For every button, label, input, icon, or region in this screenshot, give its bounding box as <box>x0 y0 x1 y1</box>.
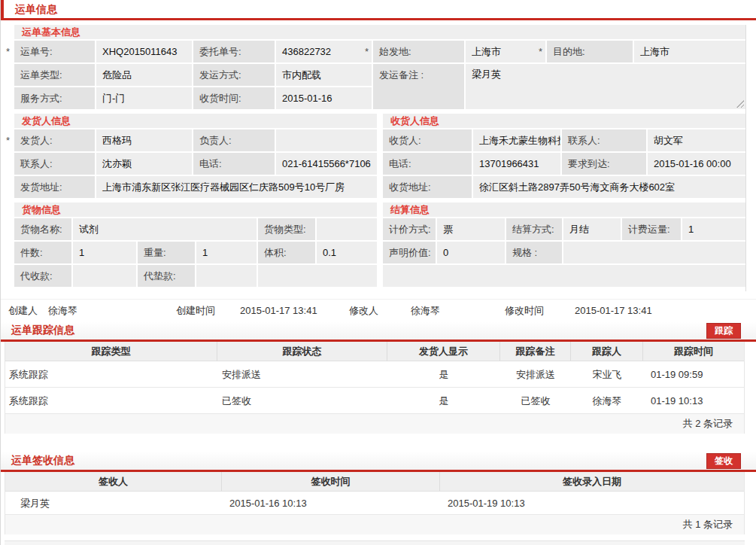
field-sender-manager-value <box>276 129 377 151</box>
cell-tracker: 徐海琴 <box>571 388 643 414</box>
cargo-section: 货物信息 货物名称: 试剂 货物类型: 件数: 1 重量: 1 体积: 0.1 … <box>14 198 377 287</box>
cell-sign-time: 2015-01-16 10:13 <box>222 492 440 515</box>
field-receiver-address-value: 徐汇区斜土路2897弄50号海文商务大楼602室 <box>473 176 745 198</box>
field-freight-qty-label: 计费运量: <box>622 218 681 240</box>
field-advance-value <box>196 265 257 287</box>
column-header: 发货人显示 <box>387 342 500 361</box>
field-pricing-value: 票 <box>437 218 505 240</box>
column-header: 签收录入日期 <box>440 472 744 492</box>
section-header-settlement: 结算信息 <box>383 202 745 217</box>
field-spec-value <box>563 242 745 263</box>
cell-tracker: 宋业飞 <box>571 361 643 388</box>
section-header-basic: 运单基本信息 <box>14 25 745 39</box>
settlement-empty-cell <box>383 265 745 287</box>
cell-track-type: 系统跟踪 <box>5 388 217 414</box>
field-ship-remark-label: 发运备注 : <box>373 64 464 109</box>
tracking-record-count: 共 2 条记录 <box>5 414 744 434</box>
cell-track-type: 系统跟踪 <box>5 361 217 388</box>
created-time-label: 创建时间 <box>176 300 240 322</box>
field-cargo-type-label: 货物类型: <box>258 218 315 240</box>
field-sender-address-value: 上海市浦东新区张江医疗器械园区仁庆路509号10号厂房 <box>96 176 377 198</box>
section-header-receiver: 收货人信息 <box>383 114 745 128</box>
receiver-section: 收货人信息 收货人: 上海禾尤蒙生物科技有限 联系人: 胡文军 电话: 1370… <box>383 109 745 198</box>
field-consign-no-value: 436822732 <box>276 41 372 62</box>
field-collect-label: 代收款: <box>14 265 71 287</box>
field-service-mode-value: 门-门 <box>96 87 192 109</box>
column-header: 跟踪备注 <box>500 342 571 361</box>
field-sender-contact-label: 联系人: <box>14 153 95 175</box>
field-origin-label: *始发地: <box>373 41 464 62</box>
field-arrival-label: 要求到达: <box>562 153 646 175</box>
required-mark: * <box>6 41 10 62</box>
required-mark: * <box>539 41 542 62</box>
field-waybill-no-value: XHQ2015011643 <box>96 41 192 62</box>
field-collect-value <box>73 265 136 287</box>
settlement-section: 结算信息 计价方式: 票 结算方式: 月结 计费运量: 1 声明价值: 0 规格… <box>383 198 745 287</box>
modified-time-value: 2015-01-17 13:41 <box>575 300 756 322</box>
signoff-record-count: 共 1 条记录 <box>5 515 744 534</box>
field-origin-value: 上海市 <box>466 41 545 62</box>
field-settle-method-value: 月结 <box>563 218 621 240</box>
sign-button[interactable]: 签收 <box>706 453 741 469</box>
field-settle-method-label: 结算方式: <box>506 218 562 240</box>
column-header: 跟踪人 <box>571 342 643 361</box>
cell-track-remark: 已签收 <box>500 388 571 414</box>
cell-track-time: 01-19 10:13 <box>643 388 744 414</box>
required-mark: * <box>365 41 369 62</box>
field-freight-qty-value: 1 <box>682 218 745 240</box>
signoff-section-header: 运单签收信息 签收 <box>1 452 756 472</box>
field-waybill-type-value: 危险品 <box>96 64 192 86</box>
field-receiver-address-label: 收货地址: <box>383 176 472 198</box>
field-waybill-type-label: 运单类型: <box>14 64 95 86</box>
field-cargo-type-value <box>317 218 377 240</box>
column-header: 跟踪状态 <box>217 342 387 361</box>
cell-track-time: 01-19 09:59 <box>643 361 744 388</box>
cell-track-status: 已签收 <box>217 388 387 414</box>
field-receive-time-label: 收货时间: <box>193 87 275 109</box>
field-ship-method-label: 发运方式: <box>193 64 275 86</box>
column-header: 跟踪时间 <box>643 342 744 361</box>
field-ship-method-value: 市内配载 <box>276 64 372 86</box>
modifier-value: 徐海琴 <box>411 300 505 322</box>
field-pieces-value: 1 <box>73 242 136 263</box>
field-receiver-name-label: 收货人: <box>383 129 472 151</box>
track-button[interactable]: 跟踪 <box>706 323 741 339</box>
basic-info-grid: *运单号: XHQ2015011643 委托单号: 436822732 *始发地… <box>14 41 745 109</box>
column-header: 跟踪类型 <box>5 342 217 361</box>
field-sender-address-label: 发货地址: <box>14 176 95 198</box>
field-receiver-phone-value: 13701966431 <box>473 153 560 175</box>
field-sender-contact-value: 沈亦颖 <box>96 153 192 175</box>
cell-track-remark: 安排派送 <box>500 361 571 388</box>
tracking-table-header: 跟踪类型 跟踪状态 发货人显示 跟踪备注 跟踪人 跟踪时间 <box>5 342 744 361</box>
field-receiver-contact-label: 联系人: <box>562 129 646 151</box>
field-volume-label: 体积: <box>258 242 315 263</box>
field-sender-phone-value: 021-61415566*7106 <box>276 153 377 175</box>
field-sender-name-label: *发货人: <box>14 129 95 151</box>
field-sender-phone-label: 电话: <box>193 153 275 175</box>
field-arrival-value: 2015-01-16 00:00 <box>648 153 745 175</box>
bottom-divider <box>5 540 745 545</box>
section-header-sender: 发货人信息 <box>14 114 377 128</box>
creator-label: 创建人 <box>8 300 48 322</box>
tracking-section-title: 运单跟踪信息 <box>11 324 74 336</box>
signoff-table: 签收人 签收时间 签收录入日期 梁月英 2015-01-16 10:13 201… <box>5 472 745 534</box>
modified-time-label: 修改时间 <box>505 300 575 322</box>
signoff-section-title: 运单签收信息 <box>11 454 74 466</box>
signoff-table-header: 签收人 签收时间 签收录入日期 <box>5 472 744 492</box>
field-receiver-phone-label: 电话: <box>383 153 472 175</box>
created-time-value: 2015-01-17 13:41 <box>240 300 349 322</box>
cell-sender-shown: 是 <box>387 388 500 414</box>
cell-sign-entry-date: 2015-01-19 10:13 <box>440 492 744 515</box>
page-title: 运单信息 <box>1 0 756 20</box>
resize-handle-icon[interactable] <box>736 100 744 108</box>
field-cargo-name-label: 货物名称: <box>14 218 71 240</box>
tracking-section-header: 运单跟踪信息 跟踪 <box>1 321 756 342</box>
field-receive-time-value: 2015-01-16 <box>276 87 372 109</box>
field-declared-label: 声明价值: <box>383 242 436 263</box>
field-weight-label: 重量: <box>138 242 195 263</box>
cargo-empty-cell <box>258 265 377 287</box>
field-service-mode-label: 服务方式: <box>14 87 95 109</box>
ship-remark-textarea[interactable]: 梁月英 <box>466 64 745 109</box>
field-declared-value: 0 <box>437 242 505 263</box>
field-pieces-label: 件数: <box>14 242 71 263</box>
